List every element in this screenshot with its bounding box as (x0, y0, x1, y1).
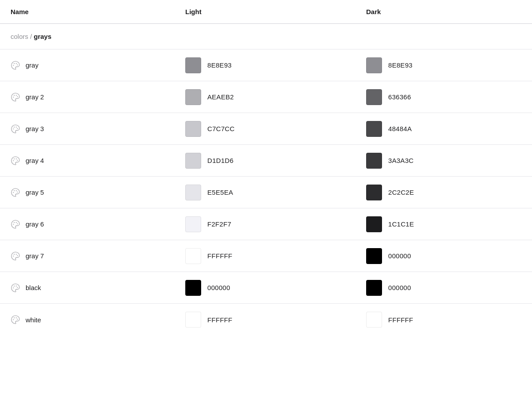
light-value-cell: F2F2F7 (175, 209, 356, 239)
color-rows: gray 8E8E93 8E8E93 gray 2 AEAEB2 636366 (0, 49, 532, 336)
dark-hex: 2C2C2E (388, 189, 414, 196)
dark-swatch (366, 280, 382, 296)
light-value-cell: 8E8E93 (175, 50, 356, 80)
name-cell: gray 4 (0, 149, 175, 173)
dark-hex: FFFFFF (388, 316, 413, 324)
svg-point-19 (17, 191, 18, 192)
svg-point-18 (16, 190, 17, 191)
col-header-light: Light (175, 0, 356, 23)
col-header-dark: Dark (356, 0, 532, 23)
svg-point-3 (17, 64, 18, 65)
light-value-cell: C7C7CC (175, 114, 356, 144)
table-row: black 000000 000000 (0, 272, 532, 304)
svg-point-21 (14, 222, 15, 223)
table-row: gray 7 FFFFFF 000000 (0, 240, 532, 272)
light-value-cell: E5E5EA (175, 177, 356, 208)
svg-point-34 (16, 317, 17, 318)
dark-hex: 3A3A3C (388, 157, 414, 164)
svg-point-24 (13, 255, 14, 256)
dark-swatch (366, 248, 382, 264)
color-name: gray 7 (26, 252, 44, 260)
svg-point-13 (14, 158, 15, 159)
dark-hex: 48484A (388, 125, 412, 132)
dark-value-cell: 1C1C1E (356, 209, 532, 239)
light-swatch (185, 89, 201, 105)
svg-point-20 (13, 223, 14, 224)
dark-swatch (366, 216, 382, 232)
svg-point-26 (16, 253, 17, 254)
table-row: gray 3 C7C7CC 48484A (0, 113, 532, 145)
svg-point-5 (14, 94, 15, 95)
color-name: gray 3 (26, 125, 44, 132)
name-cell: gray 2 (0, 85, 175, 109)
svg-point-29 (14, 285, 15, 286)
light-hex: FFFFFF (207, 252, 232, 260)
dark-swatch (366, 185, 382, 200)
light-swatch (185, 57, 201, 73)
light-swatch (185, 121, 201, 137)
dark-swatch (366, 312, 382, 328)
breadcrumb-prefix: colors / (11, 33, 34, 40)
color-name: gray 5 (26, 189, 44, 196)
color-name: gray 2 (26, 93, 44, 101)
dark-hex: 000000 (388, 284, 411, 291)
light-swatch (185, 248, 201, 264)
svg-point-25 (14, 253, 15, 254)
dark-swatch (366, 121, 382, 137)
light-value-cell: FFFFFF (175, 241, 356, 271)
table-row: gray 8E8E93 8E8E93 (0, 49, 532, 81)
dark-value-cell: 000000 (356, 241, 532, 271)
name-cell: gray 5 (0, 181, 175, 204)
svg-point-35 (17, 319, 18, 320)
name-cell: black (0, 276, 175, 300)
color-name: white (26, 316, 41, 324)
svg-point-10 (16, 126, 17, 127)
svg-point-4 (13, 96, 14, 97)
dark-hex: 8E8E93 (388, 61, 412, 69)
table-row: white FFFFFF FFFFFF (0, 304, 532, 336)
light-hex: D1D1D6 (207, 157, 233, 164)
table-header: Name Light Dark (0, 0, 532, 24)
dark-swatch (366, 153, 382, 169)
name-cell: gray (0, 53, 175, 77)
color-name: gray 6 (26, 220, 44, 228)
svg-point-2 (16, 63, 17, 64)
light-value-cell: D1D1D6 (175, 146, 356, 176)
svg-point-0 (13, 64, 14, 65)
svg-point-30 (16, 285, 17, 286)
light-value-cell: FFFFFF (175, 305, 356, 335)
table-row: gray 2 AEAEB2 636366 (0, 81, 532, 113)
svg-point-16 (13, 192, 14, 192)
svg-point-11 (17, 128, 18, 128)
dark-value-cell: FFFFFF (356, 305, 532, 335)
light-hex: E5E5EA (207, 189, 233, 196)
color-name: black (26, 284, 41, 291)
light-hex: FFFFFF (207, 316, 232, 324)
dark-value-cell: 636366 (356, 82, 532, 112)
table-row: gray 5 E5E5EA 2C2C2E (0, 177, 532, 208)
name-cell: gray 6 (0, 212, 175, 236)
dark-hex: 000000 (388, 252, 411, 260)
svg-point-14 (16, 158, 17, 159)
light-hex: 8E8E93 (207, 61, 232, 69)
light-hex: C7C7CC (207, 125, 235, 132)
dark-hex: 636366 (388, 93, 411, 101)
name-cell: gray 7 (0, 244, 175, 268)
dark-hex: 1C1C1E (388, 220, 414, 228)
svg-point-1 (14, 63, 15, 64)
dark-value-cell: 000000 (356, 273, 532, 303)
svg-point-23 (17, 223, 18, 224)
color-name: gray 4 (26, 157, 44, 164)
light-swatch (185, 216, 201, 232)
svg-point-33 (14, 317, 15, 318)
svg-point-12 (13, 160, 14, 161)
light-swatch (185, 153, 201, 169)
table-row: gray 6 F2F2F7 1C1C1E (0, 208, 532, 240)
svg-point-9 (14, 126, 15, 127)
name-cell: gray 3 (0, 117, 175, 141)
svg-point-22 (16, 222, 17, 223)
light-hex: AEAEB2 (207, 93, 234, 101)
name-cell: white (0, 308, 175, 332)
light-value-cell: 000000 (175, 273, 356, 303)
col-header-name: Name (0, 0, 175, 23)
